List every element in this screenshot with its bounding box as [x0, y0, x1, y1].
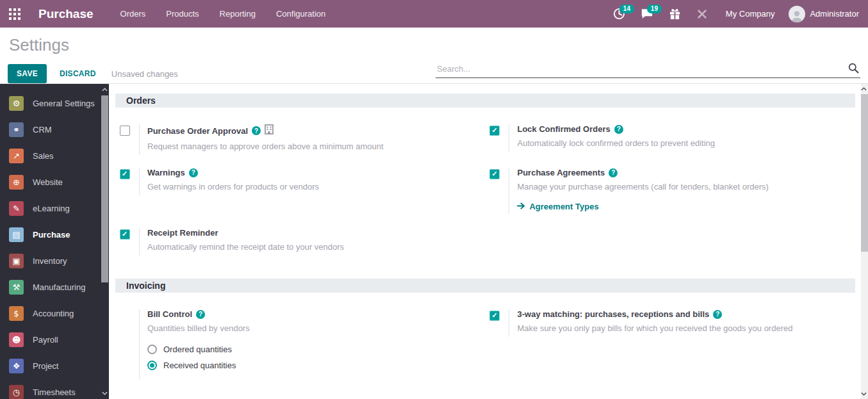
sidebar-scrollbar[interactable]	[101, 84, 109, 399]
chevron-down-icon[interactable]	[860, 389, 868, 398]
box-icon: ▣	[9, 254, 24, 268]
app-title[interactable]: Purchase	[38, 7, 94, 21]
setting-description: Automatically remind the receipt date to…	[147, 241, 475, 253]
sidebar-items: ⚙General Settings⚭CRM↗Sales⊕Website✎eLea…	[0, 90, 109, 399]
setting-three-way-matching: 3-way matching: purchases, receptions an…	[489, 309, 844, 337]
handshake-icon: ⚭	[9, 122, 24, 137]
user-menu[interactable]: Administrator	[786, 6, 862, 22]
sidebar-item-website[interactable]: ⊕Website	[0, 169, 109, 195]
chevron-down-icon[interactable]	[101, 389, 109, 398]
help-icon[interactable]: ?	[196, 310, 205, 319]
search-box	[436, 61, 860, 78]
discard-button[interactable]: DISCARD	[60, 69, 96, 78]
section-header-orders: Orders	[115, 94, 855, 108]
main-scroll-thumb[interactable]	[861, 94, 868, 252]
enterprise-building-icon	[265, 124, 274, 137]
lock-confirmed-orders-checkbox[interactable]	[489, 126, 500, 136]
radio-icon[interactable]	[147, 361, 157, 370]
search-input[interactable]	[436, 61, 860, 78]
company-switcher[interactable]: My Company	[717, 9, 784, 19]
setting-label[interactable]: Lock Confirmed Orders	[517, 124, 610, 134]
sidebar-item-accounting[interactable]: $Accounting	[0, 300, 109, 327]
sidebar-item-label: Sales	[33, 151, 54, 161]
setting-description: Manage your purchase agreements (call fo…	[517, 181, 844, 193]
radio-received-quantities[interactable]: Received quantities	[147, 361, 475, 370]
save-button[interactable]: SAVE	[8, 64, 47, 83]
activities-icon[interactable]: 14	[607, 4, 632, 24]
menu-configuration[interactable]: Configuration	[268, 5, 333, 22]
setting-label[interactable]: Warnings	[147, 168, 185, 177]
search-icon[interactable]	[848, 63, 859, 76]
setting-bill-control: Bill Control ? Quantities billed by vend…	[120, 309, 475, 379]
agreement-types-link[interactable]: Agreement Types	[517, 202, 844, 211]
sidebar-item-label: Project	[33, 361, 58, 371]
setting-label[interactable]: Receipt Reminder	[147, 228, 218, 238]
setting-label[interactable]: 3-way matching: purchases, receptions an…	[517, 309, 709, 319]
ledger-icon: $	[9, 306, 24, 321]
setting-description: Quantities billed by vendors	[147, 322, 475, 334]
setting-label[interactable]: Purchase Order Approval	[147, 126, 248, 136]
gift-icon[interactable]	[662, 4, 687, 24]
sidebar-item-elearning[interactable]: ✎eLearning	[0, 195, 109, 222]
sidebar-item-sales[interactable]: ↗Sales	[0, 143, 109, 169]
sidebar-item-label: Purchase	[33, 230, 70, 240]
avatar	[789, 6, 805, 22]
radio-icon[interactable]	[147, 345, 157, 354]
menu-orders[interactable]: Orders	[113, 5, 154, 22]
stopwatch-icon: ◷	[9, 385, 24, 399]
help-icon[interactable]: ?	[614, 125, 623, 134]
bill-control-options: Ordered quantities Received quantities	[147, 345, 475, 370]
chevron-up-icon[interactable]	[101, 85, 109, 94]
setting-description: Request managers to approve orders above…	[147, 140, 475, 152]
receipt-reminder-checkbox[interactable]	[120, 229, 130, 240]
help-icon[interactable]: ?	[609, 168, 618, 177]
topbar: Purchase OrdersProductsReportingConfigur…	[0, 0, 868, 28]
setting-label[interactable]: Purchase Agreements	[517, 168, 605, 177]
messages-icon[interactable]: 19	[634, 4, 660, 24]
tools-icon[interactable]	[690, 4, 714, 24]
sidebar-item-project[interactable]: ❖Project	[0, 353, 109, 379]
setting-purchase-order-approval: Purchase Order Approval ? Request manage…	[120, 124, 475, 155]
sidebar-item-purchase[interactable]: ▤Purchase	[0, 222, 109, 248]
sidebar-item-label: Website	[33, 177, 63, 187]
warnings-checkbox[interactable]	[120, 169, 130, 179]
page-title: Settings	[9, 35, 69, 55]
sidebar-item-label: Accounting	[33, 309, 74, 318]
sidebar-item-label: General Settings	[33, 99, 95, 108]
setting-warnings: Warnings ? Get warnings in orders for pr…	[120, 168, 475, 195]
section-header-invoicing: Invoicing	[115, 279, 855, 293]
briefcase-icon: ❖	[9, 359, 24, 373]
radio-ordered-quantities[interactable]: Ordered quantities	[147, 345, 475, 354]
purchase-order-approval-checkbox[interactable]	[120, 126, 130, 136]
payment-card-icon: ▤	[9, 227, 24, 242]
sidebar-item-label: CRM	[33, 125, 52, 134]
sidebar-item-label: Manufacturing	[33, 282, 85, 292]
help-icon[interactable]: ?	[252, 126, 261, 135]
sidebar-item-general-settings[interactable]: ⚙General Settings	[0, 90, 109, 117]
sidebar-scroll-thumb[interactable]	[101, 95, 108, 282]
control-panel: Settings SAVE DISCARD Unsaved changes	[0, 28, 868, 84]
apps-grid-icon[interactable]	[0, 0, 29, 28]
sidebar-item-inventory[interactable]: ▣Inventory	[0, 248, 109, 274]
main-scrollbar[interactable]	[861, 84, 868, 399]
menu-products[interactable]: Products	[158, 5, 206, 22]
purchase-agreements-checkbox[interactable]	[489, 169, 500, 179]
sidebar-item-crm[interactable]: ⚭CRM	[0, 117, 109, 143]
chart-up-icon: ↗	[9, 149, 24, 163]
messages-badge: 19	[647, 4, 662, 13]
arrow-right-icon	[517, 202, 525, 211]
chevron-up-icon[interactable]	[860, 85, 868, 94]
sidebar-item-manufacturing[interactable]: ⚒Manufacturing	[0, 274, 109, 300]
sidebar-item-label: Payroll	[33, 335, 58, 345]
menu-reporting[interactable]: Reporting	[212, 5, 263, 22]
setting-description: Make sure you only pay bills for which y…	[517, 322, 844, 334]
three-way-matching-checkbox[interactable]	[489, 311, 500, 321]
globe-icon: ⊕	[9, 175, 24, 190]
setting-label[interactable]: Bill Control	[147, 309, 192, 319]
settings-main: Orders Purchase Order Approval ? Request…	[109, 84, 868, 399]
sidebar-item-payroll[interactable]: ☻Payroll	[0, 327, 109, 353]
top-menu: OrdersProductsReportingConfiguration	[113, 5, 334, 22]
sidebar-item-timesheets[interactable]: ◷Timesheets	[0, 379, 109, 399]
help-icon[interactable]: ?	[713, 310, 722, 319]
help-icon[interactable]: ?	[189, 168, 198, 177]
